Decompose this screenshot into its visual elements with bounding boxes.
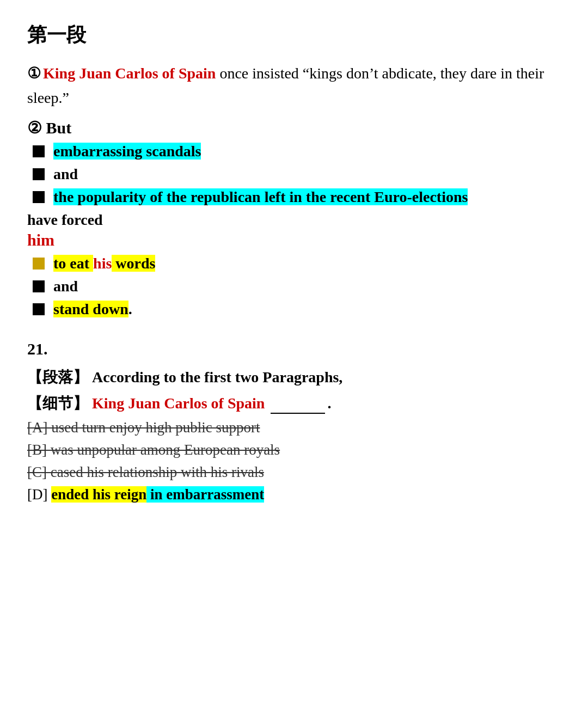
circled-num-1: ① [27,65,41,82]
bullet-3-part1: to eat [53,255,93,272]
king-name-red: King Juan Carlos of Spain [43,65,216,82]
bullet-1-text: embarrassing scandals [53,143,201,160]
paragraph-1: ①King Juan Carlos of Spain once insisted… [27,62,561,111]
option-d-cyan: in embarrassment [146,486,264,503]
bullet-row-4: stand down. [33,301,561,318]
blank-line [271,413,325,414]
bullet-4-period: . [128,301,132,317]
and-1-text: and [53,166,78,183]
bullet-icon-2 [33,191,45,203]
bullet-3-part2: words [112,255,155,272]
bracket-2-red: King Juan Carlos of Spain [92,395,265,412]
bullet-row-2: the popularity of the republican left in… [33,188,561,206]
bullet-1-content: embarrassing scandals [53,143,201,160]
bullet-icon-3 [33,258,45,270]
option-b: [B] was unpopular among European royals [27,442,561,458]
bullet-icon-1 [33,145,45,157]
bullet-icon-and2 [33,280,45,292]
bullet-4-text: stand down [53,301,128,317]
bracket-2-jp: 【细节】 [27,395,88,412]
section-title: 第一段 [27,22,561,48]
option-d: [D] ended his reign in embarrassment [27,486,561,503]
and-row-1: and [33,166,561,183]
bracket-label-2: 【细节】 King Juan Carlos of Spain . [27,393,561,414]
bullet-3-content: to eat his words [53,255,155,272]
paragraph-2-but: ② But [27,118,561,137]
option-a: [A] used turn enjoy high public support [27,419,561,436]
question-number: 21. [27,340,561,358]
bullet-2-text: the popularity of the republican left in… [53,188,468,205]
bullet-row-1: embarrassing scandals [33,143,561,160]
bracket-1-text: According to the first two Paragraphs, [92,369,342,385]
circled-num-2: ② [27,119,42,137]
bullet-2-content: the popularity of the republican left in… [53,188,468,206]
bullet-3-red: his [93,255,112,272]
bracket-label-1: 【段落】 According to the first two Paragrap… [27,367,561,388]
bullet-icon-and1 [33,168,45,180]
have-forced-text: have forced [27,211,561,229]
bracket-2-period: . [327,395,331,412]
option-d-yellow: ended his reign [51,486,146,503]
option-c: [C] cased his relationship with his riva… [27,464,561,481]
bullet-4-content: stand down. [53,301,132,318]
him-text: him [27,231,561,249]
bullet-row-3: to eat his words [33,255,561,272]
bracket-1-jp: 【段落】 [27,369,88,385]
bullet-icon-4 [33,303,45,315]
and-row-2: and [33,278,561,295]
and-2-text: and [53,278,78,295]
but-label: But [46,119,72,137]
option-d-prefix: [D] [27,486,51,503]
